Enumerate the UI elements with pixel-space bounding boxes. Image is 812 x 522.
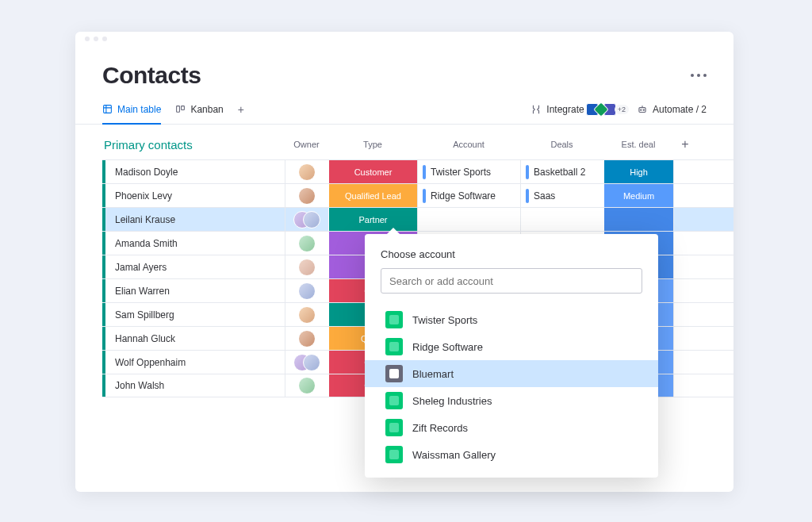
avatar	[298, 282, 316, 300]
account-picker-popover: Choose account Twister SportsRidge Softw…	[365, 234, 658, 478]
automate-label: Automate / 2	[653, 104, 707, 115]
row-end-spacer	[673, 279, 697, 302]
deals-cell[interactable]: Basketball 2	[520, 160, 603, 183]
more-menu-button[interactable]	[691, 74, 707, 77]
account-cell[interactable]: Ridge Software	[417, 184, 520, 207]
table-row[interactable]: Madison DoyleCustomerTwister SportsBaske…	[102, 159, 733, 183]
est-deal-cell[interactable]	[603, 208, 673, 231]
tab-label: Main table	[117, 104, 161, 115]
contact-name-cell[interactable]: John Walsh	[102, 374, 285, 397]
checkbox-icon	[385, 446, 403, 463]
row-end-spacer	[673, 208, 697, 231]
deals-cell[interactable]	[520, 208, 603, 231]
owner-cell[interactable]	[285, 279, 328, 302]
svg-rect-1	[177, 106, 180, 112]
owner-cell[interactable]	[285, 232, 328, 255]
owner-cell[interactable]	[285, 184, 328, 207]
automate-button[interactable]: Automate / 2	[637, 104, 707, 123]
account-option[interactable]: Sheleg Industries	[381, 387, 642, 414]
contact-name-cell[interactable]: Madison Doyle	[102, 160, 285, 183]
account-option[interactable]: Zift Records	[381, 414, 642, 441]
svg-point-5	[643, 109, 644, 110]
row-end-spacer	[673, 255, 697, 278]
window-dot	[102, 36, 107, 41]
account-search-input[interactable]	[381, 268, 642, 294]
owner-cell[interactable]	[285, 208, 328, 231]
column-header-type[interactable]: Type	[328, 140, 417, 149]
account-option-label: Twister Sports	[412, 314, 477, 326]
account-option[interactable]: Ridge Software	[381, 333, 642, 360]
checkbox-icon	[385, 338, 403, 355]
account-option-label: Waissman Gallery	[412, 449, 496, 461]
deals-cell[interactable]: Saas	[520, 184, 603, 207]
checkbox-icon	[385, 311, 403, 328]
contact-name-cell[interactable]: Wolf Oppenhaim	[102, 351, 285, 374]
owner-cell[interactable]	[285, 255, 328, 278]
account-option[interactable]: Twister Sports	[381, 306, 642, 333]
table-row[interactable]: Leilani KrausePartner	[102, 207, 733, 231]
account-option-label: Ridge Software	[412, 341, 483, 353]
integration-more-count: +2	[615, 105, 629, 114]
type-cell[interactable]: Customer	[328, 160, 417, 183]
group-title[interactable]: Primary contacts	[102, 138, 285, 152]
est-deal-cell[interactable]: Medium	[603, 184, 673, 207]
account-cell[interactable]	[417, 208, 520, 231]
svg-rect-2	[182, 106, 185, 109]
window-dot	[85, 36, 90, 41]
add-view-button[interactable]: +	[238, 103, 244, 124]
row-end-spacer	[673, 184, 697, 207]
tab-label: Kanban	[190, 104, 223, 115]
contact-name-cell[interactable]: Amanda Smith	[102, 232, 285, 255]
row-end-spacer	[673, 160, 697, 183]
column-header-account[interactable]: Account	[417, 140, 520, 149]
window-dot	[94, 36, 98, 41]
table-icon	[102, 104, 113, 114]
avatar	[298, 163, 316, 181]
account-cell[interactable]: Twister Sports	[417, 160, 520, 183]
account-option[interactable]: Bluemart	[365, 360, 658, 387]
checkbox-icon	[385, 419, 403, 436]
kanban-icon	[175, 105, 186, 115]
row-end-spacer	[673, 374, 697, 397]
contact-name-cell[interactable]: Hannah Gluck	[102, 327, 285, 350]
checkbox-icon	[385, 365, 403, 382]
est-deal-cell[interactable]: High	[603, 160, 673, 183]
avatar	[298, 306, 316, 324]
owner-cell[interactable]	[285, 374, 328, 397]
type-cell[interactable]: Partner	[328, 208, 417, 231]
row-end-spacer	[673, 351, 697, 374]
svg-point-4	[641, 109, 642, 110]
contact-name-cell[interactable]: Phoenix Levy	[102, 184, 285, 207]
tab-kanban[interactable]: Kanban	[175, 104, 223, 123]
contact-name-cell[interactable]: Jamal Ayers	[102, 255, 285, 278]
account-option[interactable]: Waissman Gallery	[381, 441, 642, 468]
owner-cell[interactable]	[285, 303, 328, 326]
type-cell[interactable]: Qualified Lead	[328, 184, 417, 207]
integration-app-icons: +2	[589, 103, 629, 116]
row-end-spacer	[673, 232, 697, 255]
integrate-icon	[530, 104, 542, 115]
avatar	[298, 330, 316, 347]
contact-name-cell[interactable]: Elian Warren	[102, 279, 285, 302]
contact-name-cell[interactable]: Sam Spillberg	[102, 303, 285, 326]
account-option-list: Twister SportsRidge SoftwareBluemartShel…	[381, 306, 642, 468]
avatar	[298, 377, 316, 394]
integrate-button[interactable]: Integrate +2	[530, 103, 629, 124]
owner-cell[interactable]	[285, 351, 328, 374]
page-title: Contacts	[102, 62, 201, 89]
table-row[interactable]: Phoenix LevyQualified LeadRidge Software…	[102, 183, 733, 207]
column-header-deals[interactable]: Deals	[520, 140, 603, 149]
robot-icon	[637, 104, 648, 115]
view-tabs: Main table Kanban + Integrate +2	[75, 89, 733, 125]
svg-rect-0	[104, 106, 112, 113]
account-option-label: Bluemart	[412, 368, 454, 380]
contact-name-cell[interactable]: Leilani Krause	[102, 208, 285, 231]
column-header-owner[interactable]: Owner	[285, 140, 328, 149]
owner-cell[interactable]	[285, 327, 328, 350]
integrate-label: Integrate	[546, 104, 584, 115]
tab-main-table[interactable]: Main table	[102, 104, 161, 125]
column-header-est-deal[interactable]: Est. deal	[603, 140, 673, 149]
avatar	[298, 235, 316, 252]
add-column-button[interactable]: +	[673, 137, 697, 152]
owner-cell[interactable]	[285, 160, 328, 183]
